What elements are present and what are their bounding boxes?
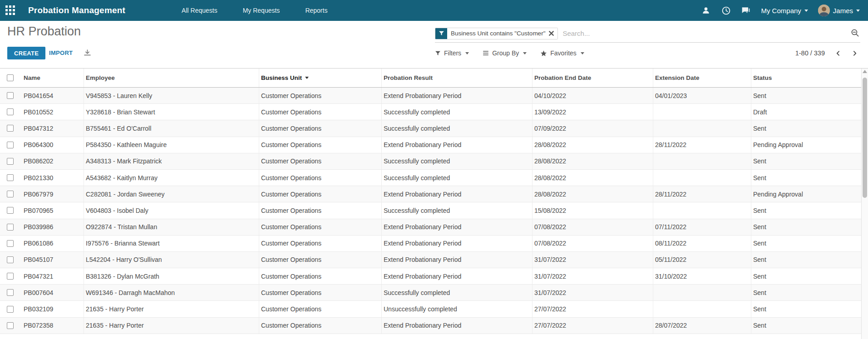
group-by-dropdown[interactable]: Group By — [483, 49, 527, 57]
table-row[interactable]: PB039986 O922874 - Tristan Mullan Custom… — [0, 219, 861, 236]
row-checkbox[interactable] — [7, 207, 14, 214]
table-row[interactable]: PB086202 A348313 - Mark Fitzpatrick Cust… — [0, 153, 861, 170]
table-row[interactable]: PB010552 Y328618 - Brian Stewart Custome… — [0, 104, 861, 120]
cell-probation-end-date: 28/08/2022 — [532, 153, 653, 169]
menu-reports[interactable]: Reports — [303, 4, 329, 17]
table-row[interactable]: PB032109 21635 - Harry Porter Customer O… — [0, 301, 861, 317]
menu-my-requests[interactable]: My Requests — [241, 4, 282, 17]
cell-business-unit: Customer Operations — [259, 137, 381, 153]
row-checkbox[interactable] — [7, 289, 14, 296]
search-options-magnifier-icon[interactable] — [850, 28, 860, 39]
import-button[interactable]: IMPORT — [49, 47, 73, 59]
page-title: HR Probation — [7, 25, 81, 39]
cell-probation-result: Successfully completed — [381, 153, 532, 169]
filters-dropdown[interactable]: Filters — [435, 49, 469, 57]
row-checkbox[interactable] — [7, 306, 14, 313]
row-checkbox[interactable] — [7, 191, 14, 197]
search-bar: Business Unit contains "Customer" — [435, 25, 860, 43]
row-checkbox[interactable] — [7, 92, 14, 99]
favorites-dropdown[interactable]: Favorites — [540, 49, 584, 57]
row-checkbox[interactable] — [7, 273, 14, 280]
cell-business-unit: Customer Operations — [259, 170, 381, 186]
cell-name: PB072358 — [18, 318, 84, 334]
pager-next-button[interactable] — [848, 47, 860, 59]
pager-previous-button[interactable] — [832, 47, 844, 59]
row-checkbox-cell — [0, 301, 18, 317]
column-header-status[interactable]: Status — [751, 69, 861, 87]
cell-extension-date: 28/11/2022 — [653, 186, 751, 202]
cell-probation-result: Extend Probationary Period — [381, 219, 532, 235]
table-row[interactable]: PB047321 B381326 - Dylan McGrath Custome… — [0, 268, 861, 285]
row-checkbox[interactable] — [7, 125, 14, 132]
company-switcher[interactable]: My Company — [761, 7, 808, 15]
search-input[interactable] — [558, 29, 850, 37]
user-name: James — [833, 7, 853, 15]
row-checkbox[interactable] — [7, 224, 14, 231]
row-checkbox[interactable] — [7, 108, 14, 115]
column-header-probation-end-date[interactable]: Probation End Date — [532, 69, 653, 87]
cell-extension-date: 05/11/2022 — [653, 252, 751, 268]
cell-employee: C282081 - Jordan Sweeney — [84, 186, 259, 202]
column-header-probation-result[interactable]: Probation Result — [381, 69, 532, 87]
cell-business-unit: Customer Operations — [259, 202, 381, 218]
cell-name: PB045107 — [18, 252, 84, 268]
table-row[interactable]: PB072358 21635 - Harry Porter Customer O… — [0, 318, 861, 334]
table-row[interactable]: PB045107 L542204 - Harry O'Sullivan Cust… — [0, 252, 861, 268]
cell-business-unit: Customer Operations — [259, 252, 381, 268]
facet-remove-icon[interactable] — [549, 31, 554, 36]
cell-name: PB061086 — [18, 236, 84, 251]
row-checkbox-cell — [0, 252, 18, 268]
cell-probation-result: Extend Probationary Period — [381, 252, 532, 268]
user-directory-icon[interactable] — [701, 5, 711, 15]
cell-probation-end-date: 27/07/2022 — [532, 301, 653, 317]
vertical-scrollbar[interactable] — [861, 69, 868, 339]
filter-funnel-icon — [435, 28, 447, 39]
table-row[interactable]: PB070965 V604803 - Isobel Daly Customer … — [0, 202, 861, 219]
column-header-name[interactable]: Name — [18, 69, 84, 87]
activities-clock-icon[interactable] — [721, 5, 731, 15]
row-checkbox[interactable] — [7, 322, 14, 329]
user-menu[interactable]: James — [818, 5, 860, 16]
table-row[interactable]: PB064300 P584350 - Kathleen Maguire Cust… — [0, 137, 861, 153]
row-checkbox[interactable] — [7, 256, 14, 263]
table-row[interactable]: PB047312 B755461 - Ed O'Carroll Customer… — [0, 120, 861, 137]
cell-extension-date: 28/11/2022 — [653, 137, 751, 153]
menu-all-requests[interactable]: All Requests — [180, 4, 219, 17]
table-row[interactable]: PB061086 I975576 - Brianna Stewart Custo… — [0, 236, 861, 252]
column-header-business-unit[interactable]: Business Unit — [259, 69, 381, 87]
row-checkbox-cell — [0, 202, 18, 218]
group-by-lines-icon — [483, 50, 489, 56]
table-row[interactable]: PB007604 W691346 - Darragh MacMahon Cust… — [0, 285, 861, 301]
select-all-checkbox[interactable] — [7, 74, 14, 81]
star-icon — [540, 50, 547, 57]
cell-probation-end-date: 28/08/2022 — [532, 137, 653, 153]
cell-probation-result: Extend Probationary Period — [381, 137, 532, 153]
column-header-employee[interactable]: Employee — [84, 69, 259, 87]
row-checkbox[interactable] — [7, 142, 14, 148]
cell-extension-date: 08/11/2022 — [653, 236, 751, 251]
table-row[interactable]: PB021330 A543682 - Kaitlyn Murray Custom… — [0, 170, 861, 186]
messages-chat-icon[interactable] — [741, 5, 751, 15]
scroll-up-arrow-icon[interactable] — [863, 70, 867, 73]
apps-grid-icon[interactable] — [0, 0, 21, 21]
cell-probation-end-date: 31/07/2022 — [532, 268, 653, 284]
table-row[interactable]: PB067979 C282081 - Jordan Sweeney Custom… — [0, 186, 861, 202]
scrollbar-thumb[interactable] — [863, 78, 867, 198]
cell-status: Draft — [751, 104, 861, 120]
row-checkbox[interactable] — [7, 174, 14, 181]
search-facet: Business Unit contains "Customer" — [435, 28, 558, 39]
cell-probation-end-date: 31/07/2022 — [532, 252, 653, 268]
table-row[interactable]: PB041654 V945853 - Lauren Kelly Customer… — [0, 88, 861, 104]
chevron-down-icon — [804, 10, 808, 12]
row-checkbox[interactable] — [7, 240, 14, 247]
row-checkbox[interactable] — [7, 158, 14, 165]
cell-probation-result: Extend Probationary Period — [381, 318, 532, 334]
create-button[interactable]: CREATE — [7, 47, 45, 59]
column-header-extension-date[interactable]: Extension Date — [653, 69, 751, 87]
cell-name: PB041654 — [18, 88, 84, 103]
facet-body: Business Unit contains "Customer" — [447, 28, 557, 39]
export-download-icon[interactable] — [84, 49, 91, 59]
top-navbar: Probation Management All Requests My Req… — [0, 0, 868, 21]
cell-extension-date: 07/11/2022 — [653, 219, 751, 235]
cell-business-unit: Customer Operations — [259, 219, 381, 235]
